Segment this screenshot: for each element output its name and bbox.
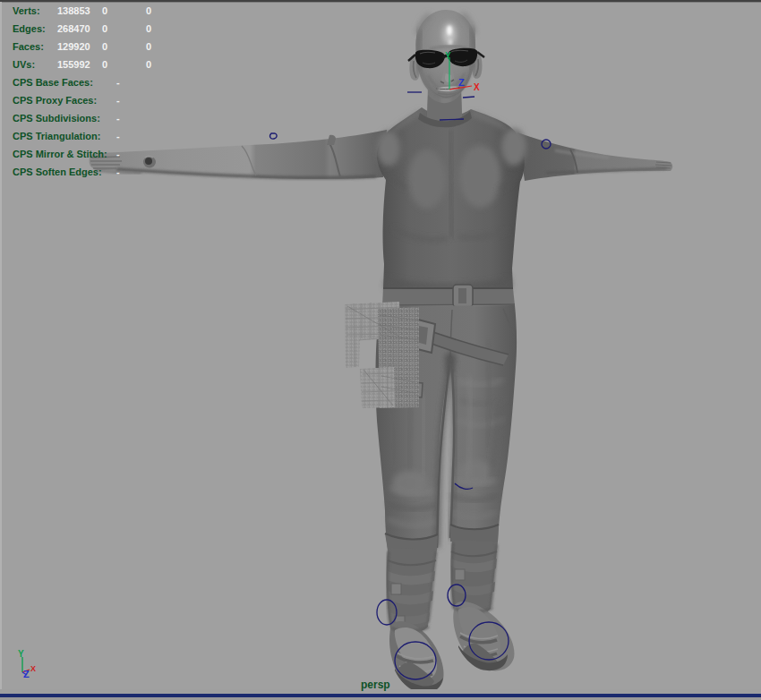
svg-text:Z: Z — [458, 77, 465, 88]
svg-text:X: X — [474, 82, 480, 92]
svg-text:Z: Z — [23, 669, 30, 679]
svg-text:X: X — [30, 664, 36, 673]
svg-text:Y: Y — [18, 649, 24, 659]
svg-text:Y: Y — [445, 51, 451, 61]
